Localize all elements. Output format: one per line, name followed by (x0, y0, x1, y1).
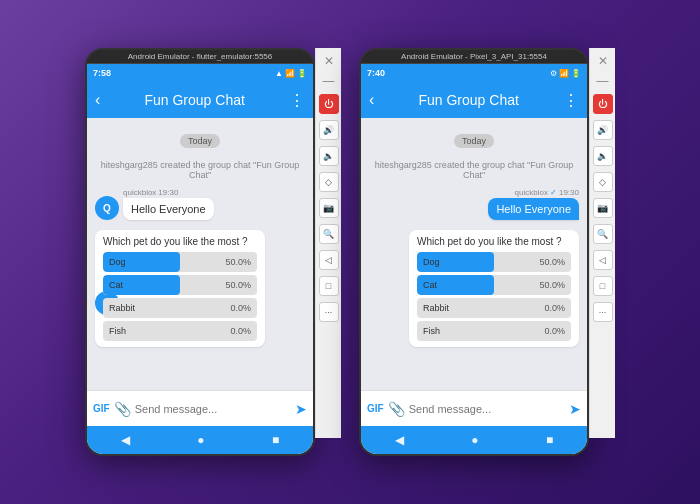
app-header-1: ‹ Fun Group Chat ⋮ (87, 82, 313, 118)
check-icon-2: ✓ (550, 188, 557, 197)
poll-label-fish-2: Fish (423, 326, 440, 336)
system-msg-1: hiteshgarg285 created the group chat "Fu… (95, 160, 305, 180)
camera-button-2[interactable]: 📷 (593, 198, 613, 218)
back-toolbar-2[interactable]: ◁ (593, 250, 613, 270)
poll-label-rabbit-2: Rabbit (423, 303, 449, 313)
phone-frame-2: Android Emulator - Pixel_3_API_31:5554 7… (359, 48, 589, 456)
square-button-1[interactable]: □ (319, 276, 339, 296)
emulator-bar-1: Android Emulator - flutter_emulator:5556 (87, 50, 313, 64)
signal-icon-2: ⚙ (550, 69, 557, 78)
poll-pct-dog-1: 50.0% (225, 257, 251, 267)
battery-icon-2: 🔋 (571, 69, 581, 78)
nav-back-1[interactable]: ◀ (121, 433, 130, 447)
zoom-button-1[interactable]: 🔍 (319, 224, 339, 244)
date-badge-2: Today (369, 130, 579, 148)
more-toolbar-2[interactable]: ··· (593, 302, 613, 322)
status-icons-2: ⚙ 📶 🔋 (550, 69, 581, 78)
poll-option-rabbit-1[interactable]: Rabbit 0.0% (103, 298, 257, 318)
volume-up-button-2[interactable]: 🔊 (593, 120, 613, 140)
sender-name-1: quickblox (123, 188, 156, 197)
poll-question-1: Which pet do you like the most ? (103, 236, 257, 247)
zoom-button-2[interactable]: 🔍 (593, 224, 613, 244)
emulator-1: Android Emulator - flutter_emulator:5556… (85, 48, 341, 456)
minimize-icon-2[interactable]: — (595, 74, 611, 88)
gif-button-1[interactable]: GIF (93, 403, 110, 414)
square-button-2[interactable]: □ (593, 276, 613, 296)
send-button-1[interactable]: ➤ (295, 401, 307, 417)
volume-up-button-1[interactable]: 🔊 (319, 120, 339, 140)
poll-option-fish-2[interactable]: Fish 0.0% (417, 321, 571, 341)
status-icons-1: ▲ 📶 🔋 (275, 69, 307, 78)
send-button-2[interactable]: ➤ (569, 401, 581, 417)
message-input-2[interactable] (409, 403, 565, 415)
attach-button-1[interactable]: 📎 (114, 401, 131, 417)
volume-down-button-1[interactable]: 🔈 (319, 146, 339, 166)
rotate-button-1[interactable]: ◇ (319, 172, 339, 192)
poll-container-2: Which pet do you like the most ? Dog 50.… (409, 230, 579, 347)
msg-row-2: quickblox ✓ 19:30 Hello Everyone (369, 188, 579, 220)
sender-name-2: quickblox (515, 188, 548, 197)
nav-bar-2: ◀ ● ■ (361, 426, 587, 454)
power-button-2[interactable]: ⏻ (593, 94, 613, 114)
nav-home-2[interactable]: ● (471, 433, 478, 447)
poll-label-dog-1: Dog (109, 257, 126, 267)
status-time-1: 7:58 (93, 68, 111, 78)
poll-label-cat-2: Cat (423, 280, 437, 290)
chat-area-2: Today hiteshgarg285 created the group ch… (361, 118, 587, 390)
emulator-bar-2: Android Emulator - Pixel_3_API_31:5554 (361, 50, 587, 64)
more-toolbar-1[interactable]: ··· (319, 302, 339, 322)
poll-pct-fish-1: 0.0% (230, 326, 251, 336)
bubble-meta-1: quickblox 19:30 (123, 188, 214, 197)
nav-recent-2[interactable]: ■ (546, 433, 553, 447)
input-bar-1: GIF 📎 ➤ (87, 390, 313, 426)
poll-option-cat-1[interactable]: Cat 50.0% (103, 275, 257, 295)
power-button-1[interactable]: ⏻ (319, 94, 339, 114)
close-icon-2[interactable]: ✕ (596, 54, 610, 68)
poll-label-cat-1: Cat (109, 280, 123, 290)
back-button-2[interactable]: ‹ (369, 91, 374, 109)
more-button-2[interactable]: ⋮ (563, 91, 579, 110)
header-title-1: Fun Group Chat (106, 92, 283, 108)
poll-label-fish-1: Fish (109, 326, 126, 336)
poll-option-cat-2[interactable]: Cat 50.0% (417, 275, 571, 295)
signal-icon-1: ▲ (275, 69, 283, 78)
poll-option-dog-2[interactable]: Dog 50.0% (417, 252, 571, 272)
status-time-2: 7:40 (367, 68, 385, 78)
msg-time-2: 19:30 (559, 188, 579, 197)
gif-button-2[interactable]: GIF (367, 403, 384, 414)
camera-button-1[interactable]: 📷 (319, 198, 339, 218)
message-input-1[interactable] (135, 403, 291, 415)
message-bubble-2: Hello Everyone (488, 198, 579, 220)
more-button-1[interactable]: ⋮ (289, 91, 305, 110)
poll-option-rabbit-2[interactable]: Rabbit 0.0% (417, 298, 571, 318)
poll-label-dog-2: Dog (423, 257, 440, 267)
minimize-icon-1[interactable]: — (321, 74, 337, 88)
back-toolbar-1[interactable]: ◁ (319, 250, 339, 270)
nav-back-2[interactable]: ◀ (395, 433, 404, 447)
msg-row-1: Q quickblox 19:30 Hello Everyone (95, 188, 305, 220)
phone-screen-2: 7:40 ⚙ 📶 🔋 ‹ Fun Group Chat ⋮ Today hite… (361, 64, 587, 454)
chat-area-1: Today hiteshgarg285 created the group ch… (87, 118, 313, 390)
date-label-2: Today (454, 134, 494, 148)
poll-option-dog-1[interactable]: Dog 50.0% (103, 252, 257, 272)
bubble-wrapper-2: quickblox ✓ 19:30 Hello Everyone (488, 188, 579, 220)
poll-pct-rabbit-1: 0.0% (230, 303, 251, 313)
close-icon-1[interactable]: ✕ (322, 54, 336, 68)
date-badge-1: Today (95, 130, 305, 148)
poll-pct-cat-1: 50.0% (225, 280, 251, 290)
header-title-2: Fun Group Chat (380, 92, 557, 108)
attach-button-2[interactable]: 📎 (388, 401, 405, 417)
poll-option-fish-1[interactable]: Fish 0.0% (103, 321, 257, 341)
poll-pct-rabbit-2: 0.0% (544, 303, 565, 313)
bubble-wrapper-1: quickblox 19:30 Hello Everyone (123, 188, 214, 220)
message-bubble-1: Hello Everyone (123, 198, 214, 220)
volume-down-button-2[interactable]: 🔈 (593, 146, 613, 166)
side-toolbar-1: ✕ — ⏻ 🔊 🔈 ◇ 📷 🔍 ◁ □ ··· (315, 48, 341, 438)
rotate-button-2[interactable]: ◇ (593, 172, 613, 192)
nav-recent-1[interactable]: ■ (272, 433, 279, 447)
back-button-1[interactable]: ‹ (95, 91, 100, 109)
avatar-1: Q (95, 196, 119, 220)
poll-container-1: Which pet do you like the most ? Dog 50.… (95, 230, 265, 347)
nav-home-1[interactable]: ● (197, 433, 204, 447)
poll-pct-fish-2: 0.0% (544, 326, 565, 336)
